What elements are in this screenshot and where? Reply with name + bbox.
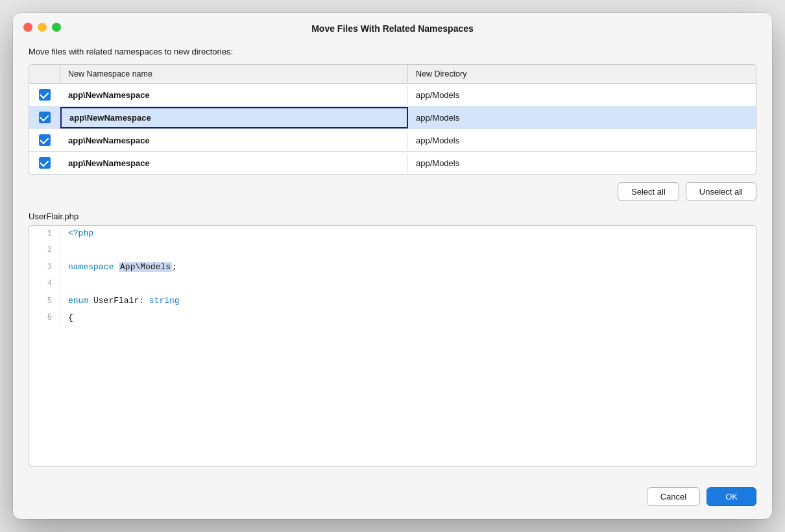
- table-action-buttons: Select all Unselect all: [29, 182, 756, 201]
- code-line-6: 6 {: [29, 310, 756, 327]
- table-row: app\NewNamespace app/Models: [29, 152, 756, 174]
- line-code-5: enum UserFlair: string: [60, 293, 756, 308]
- title-bar: Move Files With Related Namespaces: [13, 13, 772, 42]
- code-preview: 1 <?php 2 3 namespace App\Models; 4 5 en…: [29, 225, 756, 466]
- row1-checkbox[interactable]: [39, 89, 51, 101]
- line-code-1: <?php: [60, 226, 756, 241]
- row1-directory: app/Models: [408, 86, 756, 104]
- file-label: UserFlair.php: [29, 212, 756, 221]
- dialog-title: Move Files With Related Namespaces: [311, 23, 474, 34]
- row4-checkbox[interactable]: [39, 157, 51, 169]
- row1-checkbox-cell: [29, 84, 60, 106]
- line-number-3: 3: [29, 260, 60, 274]
- code-line-1: 1 <?php: [29, 226, 756, 243]
- row2-directory: app/Models: [408, 108, 756, 127]
- row4-checkbox-cell: [29, 152, 60, 174]
- line-code-6: {: [60, 310, 756, 325]
- row3-directory: app/Models: [408, 131, 756, 150]
- row2-namespace: app\NewNamespace: [60, 107, 408, 128]
- dialog-window: Move Files With Related Namespaces Move …: [13, 13, 772, 519]
- code-line-5: 5 enum UserFlair: string: [29, 293, 756, 310]
- table-row: app\NewNamespace app/Models: [29, 84, 756, 106]
- row1-namespace: app\NewNamespace: [60, 86, 408, 104]
- line-code-3: namespace App\Models;: [60, 260, 756, 274]
- line-code-4: [60, 280, 756, 285]
- window-controls: [23, 23, 61, 32]
- row4-directory: app/Models: [408, 154, 756, 173]
- code-line-2: 2: [29, 243, 756, 260]
- code-line-4: 4: [29, 276, 756, 293]
- close-button[interactable]: [23, 23, 32, 32]
- line-number-1: 1: [29, 226, 60, 241]
- col-header-checkbox: [29, 65, 60, 83]
- table-row: app\NewNamespace app/Models: [29, 106, 756, 129]
- row2-checkbox[interactable]: [39, 112, 51, 123]
- row2-checkbox-cell: [29, 106, 60, 128]
- unselect-all-button[interactable]: Unselect all: [686, 182, 756, 201]
- table-header: New Namespace name New Directory: [29, 65, 756, 84]
- dialog-footer-buttons: Cancel OK: [13, 479, 772, 519]
- cancel-button[interactable]: Cancel: [647, 487, 700, 506]
- table-row: app\NewNamespace app/Models: [29, 129, 756, 152]
- code-line-3: 3 namespace App\Models;: [29, 260, 756, 276]
- ok-button[interactable]: OK: [706, 487, 756, 506]
- description-text: Move files with related namespaces to ne…: [29, 47, 756, 56]
- line-number-6: 6: [29, 311, 60, 325]
- row3-checkbox[interactable]: [39, 134, 51, 146]
- dialog-content: Move files with related namespaces to ne…: [13, 42, 772, 479]
- row4-namespace: app\NewNamespace: [60, 154, 408, 173]
- namespace-table: New Namespace name New Directory app\New…: [29, 64, 756, 175]
- line-code-2: [60, 247, 756, 252]
- row3-namespace: app\NewNamespace: [60, 131, 408, 150]
- line-number-5: 5: [29, 294, 60, 308]
- maximize-button[interactable]: [52, 23, 61, 32]
- row3-checkbox-cell: [29, 129, 60, 151]
- line-number-4: 4: [29, 276, 60, 291]
- col-header-namespace: New Namespace name: [60, 65, 408, 83]
- col-header-directory: New Directory: [408, 65, 756, 83]
- select-all-button[interactable]: Select all: [618, 182, 679, 201]
- line-number-2: 2: [29, 243, 60, 257]
- minimize-button[interactable]: [38, 23, 47, 32]
